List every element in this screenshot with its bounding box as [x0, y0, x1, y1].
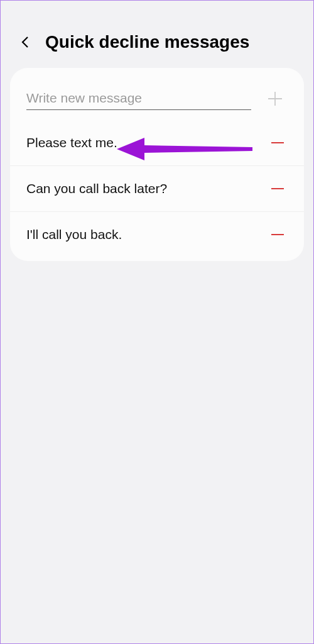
- message-text: Can you call back later?: [26, 181, 269, 196]
- message-item[interactable]: Please text me.: [10, 120, 304, 166]
- back-button[interactable]: [16, 33, 34, 51]
- new-message-input[interactable]: [26, 87, 251, 110]
- minus-icon: [270, 227, 285, 242]
- minus-icon: [270, 181, 285, 196]
- new-message-row: [10, 80, 304, 120]
- minus-icon: [270, 135, 285, 150]
- message-text: Please text me.: [26, 135, 269, 150]
- plus-icon: [266, 89, 284, 108]
- messages-card: Please text me. Can you call back later?…: [10, 68, 304, 261]
- add-message-button[interactable]: [264, 87, 286, 110]
- message-item[interactable]: Can you call back later?: [10, 166, 304, 212]
- delete-message-button[interactable]: [269, 134, 286, 152]
- message-text: I'll call you back.: [26, 227, 269, 242]
- page-header: Quick decline messages: [1, 1, 313, 68]
- page-title: Quick decline messages: [45, 32, 249, 52]
- delete-message-button[interactable]: [269, 180, 286, 197]
- delete-message-button[interactable]: [269, 226, 286, 243]
- chevron-left-icon: [19, 35, 31, 50]
- message-item[interactable]: I'll call you back.: [10, 212, 304, 261]
